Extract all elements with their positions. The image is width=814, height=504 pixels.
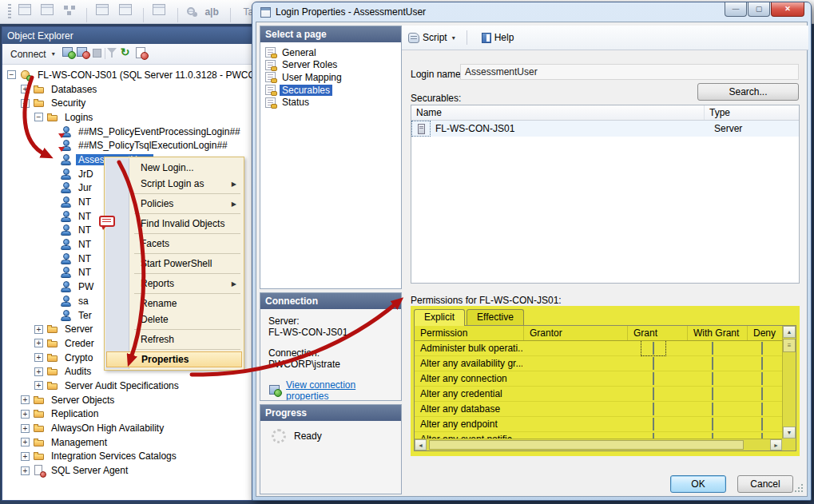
tab[interactable]: Effective: [467, 309, 524, 325]
scroll-right-icon[interactable]: ►: [770, 439, 782, 450]
tree-expander[interactable]: +: [34, 325, 43, 334]
with-grant-checkbox[interactable]: [712, 433, 713, 439]
toolbar-icon[interactable]: [90, 46, 105, 59]
tree-item[interactable]: − Logins: [2, 110, 252, 125]
deny-checkbox[interactable]: [761, 433, 763, 439]
minimize-button[interactable]: —: [725, 2, 747, 17]
deny-checkbox[interactable]: [761, 418, 763, 431]
context-menu-item[interactable]: [134, 293, 240, 294]
permission-row[interactable]: Administer bulk operati...: [415, 341, 782, 356]
tree-expander[interactable]: +: [34, 367, 43, 376]
toolbar-icon[interactable]: [64, 2, 77, 19]
deny-checkbox[interactable]: [761, 357, 763, 370]
toolbar-icon[interactable]: [96, 1, 111, 18]
help-button[interactable]: Help: [494, 32, 514, 43]
grant-checkbox[interactable]: [653, 357, 654, 370]
tree-expander[interactable]: +: [21, 452, 30, 461]
scroll-down-icon[interactable]: ▼: [783, 427, 796, 439]
toolbar-icon[interactable]: a|b: [204, 3, 220, 21]
toolbar-icon[interactable]: [187, 2, 197, 20]
tree-item[interactable]: + Integration Services Catalogs: [2, 450, 252, 464]
toolbar-icon[interactable]: [143, 8, 144, 22]
tree-expander[interactable]: +: [34, 353, 43, 362]
toolbar-icon[interactable]: [230, 8, 231, 22]
context-menu-item[interactable]: Reports ▶: [105, 276, 243, 292]
context-menu-item[interactable]: Start PowerShell: [105, 256, 243, 272]
context-menu-item[interactable]: Find Invalid Objects: [105, 216, 243, 232]
permission-row[interactable]: Alter any event notific...: [415, 432, 782, 439]
tree-expander[interactable]: −: [21, 99, 30, 108]
view-connection-properties-link[interactable]: View connection properties: [286, 379, 395, 401]
resize-grip[interactable]: [794, 483, 804, 493]
scrollbar-thumb[interactable]: [429, 440, 744, 450]
tree-expander[interactable]: −: [34, 113, 43, 121]
context-menu-item[interactable]: Facets: [105, 236, 243, 252]
maximize-button[interactable]: ▢: [748, 2, 770, 17]
toolbar-icon[interactable]: [119, 1, 134, 18]
tree-expander[interactable]: −: [7, 70, 16, 79]
context-menu-item[interactable]: [134, 233, 240, 234]
script-button[interactable]: Script: [423, 32, 447, 43]
context-menu-item[interactable]: [134, 273, 240, 274]
tree-item[interactable]: + AlwaysOn High Availability: [2, 421, 252, 435]
tree-expander[interactable]: +: [21, 410, 30, 419]
toolbar-icon[interactable]: [153, 1, 168, 18]
column-header[interactable]: With Grant: [688, 326, 748, 340]
grant-checkbox[interactable]: [653, 372, 654, 385]
toolbar-icon[interactable]: [120, 46, 134, 59]
tree-expander[interactable]: +: [21, 466, 30, 475]
tree-item[interactable]: + SQL Server Agent: [2, 463, 252, 478]
tree-expander[interactable]: +: [34, 339, 43, 347]
with-grant-checkbox[interactable]: [712, 403, 713, 415]
tree-expander[interactable]: +: [34, 381, 43, 390]
grant-checkbox[interactable]: [653, 418, 654, 431]
grant-checkbox[interactable]: [653, 433, 654, 439]
tab[interactable]: Explicit: [414, 309, 465, 326]
toolbar-icon[interactable]: [62, 46, 76, 59]
tree-expander[interactable]: +: [21, 438, 30, 446]
select-page-item[interactable]: Securables: [260, 84, 401, 97]
tree-item[interactable]: − FL-WS-CON-JS01 (SQL Server 11.0.3128 -…: [2, 68, 252, 82]
toolbar-icon[interactable]: [18, 1, 34, 18]
deny-checkbox[interactable]: [761, 403, 763, 415]
login-name-field[interactable]: AssessmentUser: [460, 64, 799, 80]
scrollbar-thumb[interactable]: ≡: [783, 339, 796, 352]
permission-row[interactable]: Alter any database: [415, 402, 782, 417]
column-header[interactable]: Permission: [415, 326, 524, 340]
table-row[interactable]: FL-WS-CON-JS01 Server: [411, 121, 799, 137]
grant-checkbox[interactable]: [653, 342, 654, 355]
tree-item[interactable]: + Replication: [2, 407, 252, 422]
tree-item[interactable]: + Databases: [2, 82, 252, 97]
context-menu-item[interactable]: [134, 193, 240, 194]
tree-expander[interactable]: +: [21, 85, 30, 93]
permission-row[interactable]: Alter any availability gr...: [415, 356, 782, 371]
with-grant-checkbox[interactable]: [712, 357, 713, 370]
context-menu-item[interactable]: Rename: [105, 296, 243, 312]
dialog-titlebar[interactable]: Login Properties - AssessmentUser — ▢ ✕: [256, 2, 808, 22]
chevron-down-icon[interactable]: ▾: [452, 34, 455, 42]
column-header-type[interactable]: Type: [705, 105, 735, 120]
select-page-item[interactable]: Status: [260, 96, 401, 109]
tree-item[interactable]: + Server Audit Specifications: [2, 379, 252, 393]
tree-item[interactable]: ##MS_PolicyEventProcessingLogin##: [2, 125, 252, 139]
column-header-name[interactable]: Name: [411, 105, 705, 120]
horizontal-scrollbar[interactable]: ◄ ►: [415, 439, 782, 450]
select-page-item[interactable]: Server Roles: [260, 59, 401, 72]
with-grant-checkbox[interactable]: [712, 342, 713, 355]
context-menu-item[interactable]: [134, 213, 240, 214]
search-button[interactable]: Search...: [697, 83, 799, 101]
with-grant-checkbox[interactable]: [712, 387, 713, 400]
ok-button[interactable]: OK: [670, 475, 726, 493]
column-header[interactable]: Grantor: [524, 326, 628, 340]
deny-checkbox[interactable]: [761, 342, 763, 355]
toolbar-icon[interactable]: [86, 8, 87, 22]
tree-expander[interactable]: +: [21, 424, 30, 433]
toolbar-icon[interactable]: [177, 8, 178, 22]
tree-item[interactable]: ##MS_PolicyTsqlExecutionLogin##: [2, 138, 252, 153]
object-explorer-header[interactable]: Object Explorer: [2, 27, 252, 44]
toolbar-icon[interactable]: [41, 1, 56, 18]
scroll-left-icon[interactable]: ◄: [415, 439, 427, 450]
connect-dropdown[interactable]: Connect ▾: [7, 47, 58, 62]
tree-expander[interactable]: +: [21, 395, 30, 404]
tree-item[interactable]: + Server Objects: [2, 393, 252, 407]
